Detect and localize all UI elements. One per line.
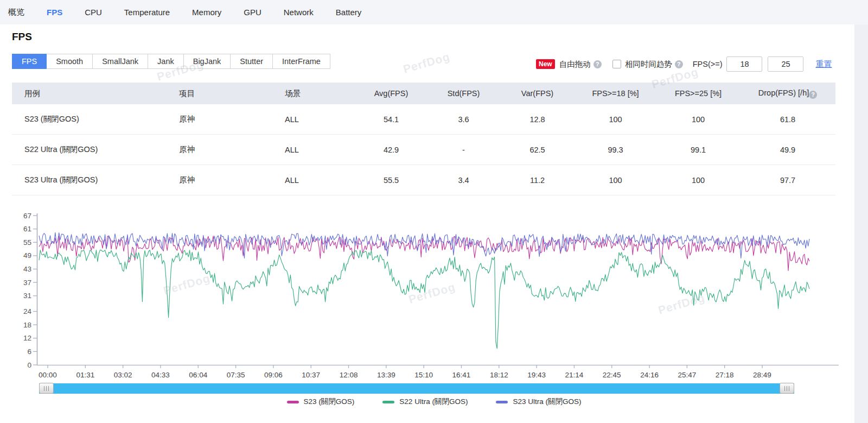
- nav-tab-gpu[interactable]: GPU: [244, 8, 261, 17]
- y-axis-label: 0: [27, 361, 31, 369]
- table-cell: 12.8: [500, 115, 575, 124]
- nav-tab-battery[interactable]: Battery: [336, 8, 362, 17]
- table-cell: ALL: [272, 115, 355, 124]
- metric-subtabs: FPSSmoothSmallJankJankBigJankStutterInte…: [12, 54, 330, 69]
- column-header: Drop(FPS) [/h]?: [740, 89, 835, 99]
- table-cell: 原神: [167, 175, 272, 185]
- x-axis-label: 09:06: [264, 371, 283, 379]
- table-cell: 61.8: [740, 115, 835, 124]
- subtab-smooth[interactable]: Smooth: [46, 54, 93, 69]
- column-header: 用例: [12, 89, 167, 99]
- table-cell: S22 Ultra (關閉GOS): [12, 144, 167, 155]
- free-drag-help-icon[interactable]: ?: [593, 60, 602, 68]
- table-cell: 100: [575, 176, 656, 185]
- x-axis-label: 16:41: [452, 371, 471, 379]
- table-cell: -: [427, 146, 500, 154]
- legend-item[interactable]: S23 (關閉GOS): [287, 397, 355, 407]
- grip-icon: [784, 386, 789, 391]
- y-axis-label: 18: [23, 321, 31, 329]
- x-axis-label: 03:02: [114, 371, 132, 379]
- y-axis-label: 55: [23, 238, 31, 247]
- table-row: S23 Ultra (關閉GOS)原神ALL55.53.411.21001009…: [12, 165, 835, 195]
- chart-canvas[interactable]: 676155494337312418126000:0001:3103:0204:…: [0, 209, 868, 383]
- fps-stats-table: 用例项目场景Avg(FPS)Std(FPS)Var(FPS)FPS>=18 [%…: [12, 83, 835, 195]
- x-axis-label: 18:12: [490, 371, 508, 379]
- x-axis-label: 10:37: [302, 371, 320, 379]
- same-time-trend-checkbox[interactable]: [612, 60, 621, 68]
- fps-line-chart[interactable]: 676155494337312418126000:0001:3103:0204:…: [0, 209, 868, 383]
- subtab-bigjank[interactable]: BigJank: [183, 54, 231, 69]
- table-cell: 42.9: [355, 146, 427, 154]
- x-axis-label: 06:04: [189, 371, 207, 379]
- range-handle-right[interactable]: [780, 383, 794, 394]
- column-header: FPS>=18 [%]: [575, 89, 656, 98]
- nav-tab-cpu[interactable]: CPU: [85, 8, 102, 17]
- x-axis-label: 01:31: [76, 371, 94, 379]
- table-cell: 原神: [167, 114, 272, 124]
- table-cell: 49.9: [740, 146, 835, 154]
- table-header-row: 用例项目场景Avg(FPS)Std(FPS)Var(FPS)FPS>=18 [%…: [12, 83, 835, 104]
- column-header: 场景: [272, 89, 355, 99]
- y-axis-label: 37: [23, 279, 31, 287]
- nav-tab-fps[interactable]: FPS: [47, 8, 62, 17]
- x-axis-label: 27:18: [716, 371, 734, 379]
- reset-link[interactable]: 重置: [815, 59, 832, 70]
- legend-swatch-icon: [496, 401, 508, 403]
- legend-item[interactable]: S23 Ultra (關閉GOS): [496, 397, 581, 407]
- column-header: 项目: [167, 89, 272, 99]
- table-cell: 97.7: [740, 176, 835, 185]
- fps-threshold-input-low[interactable]: [726, 56, 762, 72]
- same-time-trend-label: 相同时间趋势: [625, 59, 672, 70]
- table-cell: 11.2: [500, 176, 575, 185]
- top-navbar: 概览FPSCPUTemperatureMemoryGPUNetworkBatte…: [0, 0, 868, 24]
- perfdog-fps-page: 概览FPSCPUTemperatureMemoryGPUNetworkBatte…: [0, 0, 868, 423]
- nav-tab-memory[interactable]: Memory: [192, 8, 221, 17]
- table-cell: 3.6: [427, 115, 500, 124]
- x-axis-label: 04:33: [151, 371, 170, 379]
- perfdog-watermark: PerfDog: [401, 50, 451, 76]
- subtab-stutter[interactable]: Stutter: [230, 54, 273, 69]
- nav-tab-概览[interactable]: 概览: [8, 7, 24, 17]
- column-header: Avg(FPS): [355, 89, 427, 98]
- nav-tab-network[interactable]: Network: [284, 8, 314, 17]
- subtab-interframe[interactable]: InterFrame: [272, 54, 330, 69]
- y-axis-label: 31: [23, 292, 31, 300]
- fps-threshold-input-high[interactable]: [768, 56, 803, 72]
- series-line: [39, 250, 809, 349]
- subtab-jank[interactable]: Jank: [148, 54, 184, 69]
- page-title: FPS: [12, 31, 32, 43]
- x-axis-label: 13:39: [377, 371, 395, 379]
- subtab-smalljank[interactable]: SmallJank: [92, 54, 148, 69]
- table-cell: ALL: [272, 146, 355, 154]
- subtab-fps[interactable]: FPS: [12, 54, 47, 69]
- drop-fps-help-icon[interactable]: ?: [809, 91, 817, 99]
- y-axis-label: 49: [23, 251, 31, 260]
- x-axis-label: 07:35: [227, 371, 245, 379]
- x-axis-label: 21:14: [565, 371, 584, 379]
- x-axis-label: 00:00: [39, 371, 57, 379]
- x-axis-label: 19:43: [527, 371, 546, 379]
- legend-swatch-icon: [287, 401, 299, 403]
- x-axis-label: 22:45: [603, 371, 621, 379]
- same-time-trend-help-icon[interactable]: ?: [675, 60, 683, 68]
- legend-label: S22 Ultra (關閉GOS): [399, 397, 468, 407]
- y-axis-label: 61: [23, 225, 31, 233]
- table-cell: 3.4: [427, 176, 500, 185]
- legend-label: S23 Ultra (關閉GOS): [513, 397, 581, 407]
- range-handle-left[interactable]: [39, 383, 54, 394]
- y-axis-label: 43: [23, 265, 31, 273]
- table-cell: 99.1: [656, 146, 740, 154]
- y-axis-label: 12: [23, 334, 31, 342]
- grip-icon: [44, 386, 49, 391]
- table-cell: 100: [656, 176, 740, 185]
- fps-threshold-label: FPS(>=): [693, 60, 723, 68]
- free-drag-label: 自由拖动: [559, 59, 591, 70]
- x-axis-label: 12:08: [340, 371, 358, 379]
- table-cell: 原神: [167, 144, 272, 155]
- y-axis-label: 67: [23, 212, 31, 220]
- nav-tab-temperature[interactable]: Temperature: [124, 8, 170, 17]
- legend-item[interactable]: S22 Ultra (關閉GOS): [382, 397, 468, 407]
- chart-range-scrollbar[interactable]: [39, 383, 794, 394]
- column-header: FPS>=25 [%]: [656, 89, 740, 98]
- chart-controls: New 自由拖动 ? 相同时间趋势 ? FPS(>=) 重置: [536, 56, 832, 72]
